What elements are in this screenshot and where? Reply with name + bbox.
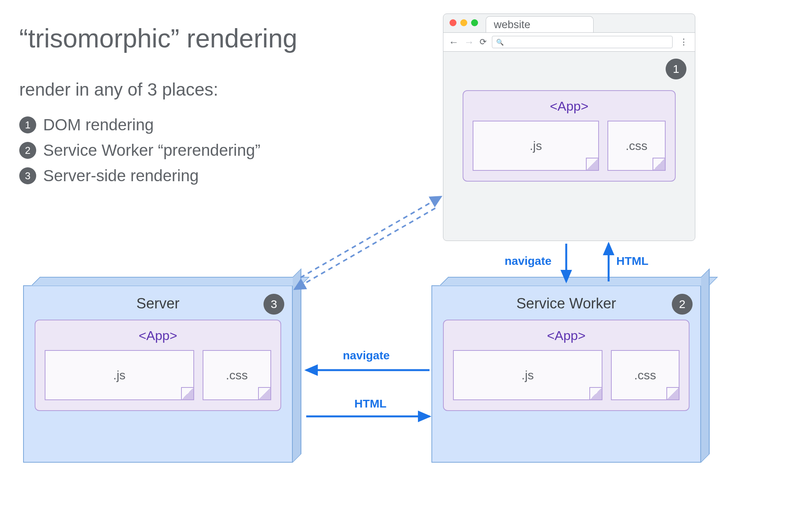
arrow-label-navigate-down: navigate [505,254,552,268]
arrow-dashed-server-to-browser [300,197,441,278]
minimize-icon [460,19,467,26]
file-css: .css [203,350,271,400]
file-label: .css [226,368,248,382]
app-box-server: <App> .js .css [35,320,281,411]
badge-server: 3 [263,294,284,315]
file-label: .css [634,368,656,382]
browser-titlebar: website [443,14,695,32]
panel-face: Service Worker 2 <App> .js .css [431,285,701,463]
dogear-icon [258,387,270,399]
dogear-icon [586,158,598,170]
arrow-label-navigate-left: navigate [343,349,390,362]
panel-3d-side [293,268,301,463]
dogear-icon [589,387,602,399]
panel-face: Server 3 <App> .js .css [23,285,293,463]
app-box-browser: <App> .js .css [463,90,676,182]
dogear-icon [653,158,665,170]
file-row: .js .css [45,350,271,400]
menu-icon: ⋮ [678,37,690,47]
app-label: <App> [473,99,666,114]
file-js: .js [45,350,194,400]
browser-toolbar: ← → ⟳ 🔍 ⋮ [443,32,695,52]
arrow-dashed-browser-to-server [295,208,435,289]
dogear-icon [181,387,193,399]
file-css: .css [611,350,679,400]
bullet-number: 3 [19,167,36,184]
list-item-label: Service Worker “prerendering” [43,141,260,160]
browser-window: website ← → ⟳ 🔍 ⋮ 1 <App> .js .css [443,13,695,241]
reload-icon: ⟳ [480,37,487,47]
back-icon: ← [449,36,459,48]
places-list: 1 DOM rendering 2 Service Worker “preren… [19,116,260,192]
close-icon [450,19,456,26]
traffic-lights [450,19,478,26]
panel-title: Server [35,295,281,312]
bullet-number: 1 [19,116,36,133]
file-row: .js .css [453,350,679,400]
file-css: .css [607,121,666,171]
panel-3d-side [701,268,710,463]
panel-3d-top [440,277,718,285]
list-item-label: DOM rendering [43,116,154,134]
list-item: 1 DOM rendering [19,116,260,134]
badge-browser: 1 [666,59,686,79]
panel-3d-top [32,277,310,285]
maximize-icon [471,19,478,26]
server-panel: Server 3 <App> .js .css [23,285,293,463]
file-js: .js [473,121,599,171]
list-item: 3 Server-side rendering [19,167,260,185]
file-label: .js [522,368,534,382]
bullet-number: 2 [19,142,36,159]
forward-icon: → [464,36,474,48]
app-label: <App> [453,328,679,343]
diagram-title: “trisomorphic” rendering [19,23,297,53]
file-label: .js [530,139,542,153]
service-worker-panel: Service Worker 2 <App> .js .css [431,285,701,463]
browser-viewport: 1 <App> .js .css [443,52,695,241]
list-item-label: Server-side rendering [43,167,199,185]
panel-title: Service Worker [443,295,690,312]
file-label: .js [113,368,126,382]
dogear-icon [666,387,679,399]
arrow-label-html-up: HTML [616,254,648,268]
arrow-label-html-right: HTML [354,397,386,410]
file-row: .js .css [473,121,666,171]
badge-sw: 2 [672,294,693,315]
app-box-sw: <App> .js .css [443,320,690,411]
app-label: <App> [45,328,271,343]
file-label: .css [626,139,648,153]
search-icon: 🔍 [496,39,504,46]
url-bar: 🔍 [492,36,673,48]
file-js: .js [453,350,602,400]
browser-tab: website [486,16,594,32]
diagram-subtitle: render in any of 3 places: [19,79,218,100]
list-item: 2 Service Worker “prerendering” [19,141,260,160]
